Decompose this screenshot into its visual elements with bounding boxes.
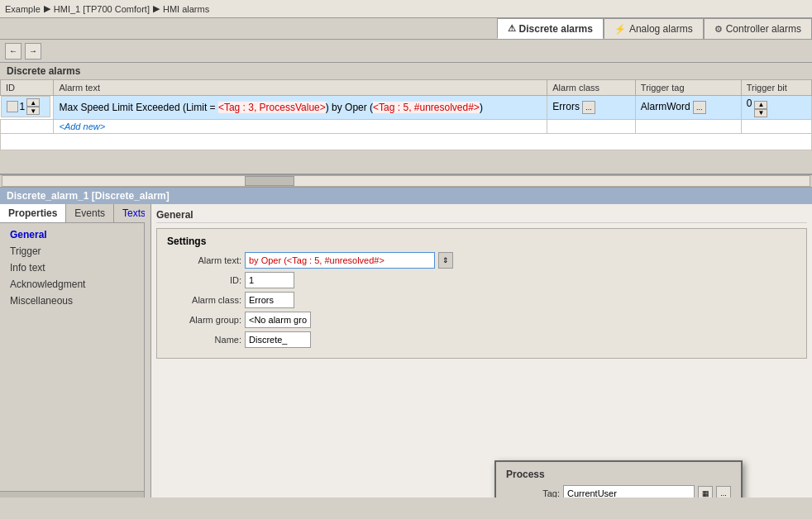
props-sidebar: Properties Events Texts General Trigger … bbox=[0, 204, 145, 498]
table-row[interactable]: 1 ▲ ▼ Max Speed Limit Exceeded (Limit = … bbox=[1, 96, 812, 120]
row-down-button[interactable]: ▼ bbox=[26, 107, 40, 115]
tab-analog-alarms[interactable]: ⚡ Analog alarms bbox=[604, 18, 704, 39]
id-input[interactable] bbox=[245, 272, 294, 288]
breadcrumb-alarms: HMI alarms bbox=[163, 4, 209, 14]
row-trigger-bit: 0 ▲ ▼ bbox=[741, 96, 811, 120]
popup-tag-input[interactable] bbox=[563, 485, 695, 498]
col-trigger-bit: Trigger bit bbox=[741, 80, 811, 96]
name-label: Name: bbox=[167, 335, 241, 345]
alarm-text-label: Alarm text: bbox=[167, 255, 241, 265]
back-button[interactable]: ← bbox=[5, 43, 21, 60]
alarm-text-spinner[interactable]: ⇕ bbox=[438, 252, 453, 269]
tab-events[interactable]: Events bbox=[66, 204, 114, 222]
toolbar: ← → bbox=[0, 40, 812, 63]
add-new-label: <Add new> bbox=[54, 119, 547, 133]
tab-bar: ⚠ Discrete alarms ⚡ Analog alarms ⚙ Cont… bbox=[0, 18, 812, 40]
id-row: ID: bbox=[167, 272, 796, 288]
nav-acknowledgment[interactable]: Acknowledgment bbox=[0, 276, 144, 293]
horizontal-scrollbar[interactable] bbox=[2, 175, 810, 187]
nav-trigger[interactable]: Trigger bbox=[0, 243, 144, 260]
row-up-button[interactable]: ▲ bbox=[26, 98, 40, 107]
props-tabs: Properties Events Texts bbox=[0, 204, 144, 223]
id-label: ID: bbox=[167, 275, 241, 285]
alarm-group-row: Alarm group: bbox=[167, 312, 796, 328]
alarm-group-label: Alarm group: bbox=[167, 315, 241, 325]
popup-process-section: Process Tag: ▦ ... PLC tag: ↗ Address: W… bbox=[496, 462, 741, 498]
col-trigger-tag: Trigger tag bbox=[635, 80, 741, 96]
discrete-alarms-title: Discrete alarms bbox=[0, 63, 812, 79]
forward-button[interactable]: → bbox=[25, 43, 41, 60]
row-alarm-text: Max Speed Limit Exceeded (Limit = <Tag :… bbox=[54, 96, 547, 120]
name-row: Name: bbox=[167, 331, 796, 348]
trigger-tag-btn[interactable]: ... bbox=[693, 101, 706, 114]
tab-properties[interactable]: Properties bbox=[0, 204, 66, 222]
tab-controller-alarms[interactable]: ⚙ Controller alarms bbox=[704, 18, 812, 39]
popup-tag-dots-btn[interactable]: ... bbox=[716, 486, 731, 498]
col-alarm-text: Alarm text bbox=[54, 80, 547, 96]
scrollbar-thumb bbox=[245, 176, 294, 186]
nav-miscellaneous[interactable]: Miscellaneous bbox=[0, 293, 144, 309]
nav-general[interactable]: General bbox=[0, 226, 144, 243]
row-icon bbox=[7, 101, 18, 112]
alarm-text-input[interactable] bbox=[245, 252, 435, 269]
row-trigger-tag: AlarmWord ... bbox=[635, 96, 741, 120]
popup-tag-label: Tag: bbox=[506, 488, 560, 498]
row-id: 1 ▲ ▼ bbox=[1, 96, 50, 117]
alarm-class-input[interactable] bbox=[245, 292, 294, 308]
breadcrumb: Example ▶ HMI_1 [TP700 Comfort] ▶ HMI al… bbox=[0, 0, 812, 18]
alarm-class-label: Alarm class: bbox=[167, 295, 241, 305]
settings-box: Settings Alarm text: ⇕ ID: Alarm class: … bbox=[156, 228, 807, 359]
tab-discrete-alarms[interactable]: ⚠ Discrete alarms bbox=[497, 18, 604, 39]
general-section-label: General bbox=[156, 209, 807, 223]
process-popup: Process Tag: ▦ ... PLC tag: ↗ Address: W… bbox=[494, 460, 743, 498]
popup-tag-row: Tag: ▦ ... bbox=[506, 485, 731, 498]
alarm-class-row: Alarm class: bbox=[167, 292, 796, 308]
alarm-group-input[interactable] bbox=[245, 312, 311, 328]
table-row-add[interactable]: <Add new> bbox=[1, 119, 812, 133]
col-id: ID bbox=[1, 80, 54, 96]
popup-process-title: Process bbox=[506, 469, 731, 480]
col-alarm-class: Alarm class bbox=[547, 80, 636, 96]
props-content: General Settings Alarm text: ⇕ ID: Alarm… bbox=[151, 204, 812, 498]
breadcrumb-example: Example bbox=[5, 4, 41, 14]
alarm-class-btn[interactable]: ... bbox=[582, 101, 595, 114]
nav-info-text[interactable]: Info text bbox=[0, 260, 144, 276]
trigger-bit-down[interactable]: ▼ bbox=[754, 109, 767, 117]
discrete-alarms-icon: ⚠ bbox=[508, 23, 516, 34]
breadcrumb-hmi: HMI_1 [TP700 Comfort] bbox=[54, 4, 150, 14]
horizontal-resize-handle[interactable] bbox=[145, 204, 151, 498]
settings-title: Settings bbox=[167, 236, 796, 247]
props-nav-list: General Trigger Info text Acknowledgment… bbox=[0, 223, 144, 491]
empty-row bbox=[1, 133, 812, 150]
analog-alarms-icon: ⚡ bbox=[614, 24, 626, 35]
controller-alarms-icon: ⚙ bbox=[714, 24, 723, 35]
horizontal-scrollbar-row bbox=[0, 174, 812, 188]
vertical-resize-handle[interactable] bbox=[0, 491, 144, 498]
row-alarm-class: Errors ... bbox=[547, 96, 636, 120]
name-input[interactable] bbox=[245, 331, 311, 348]
alarm-text-row: Alarm text: ⇕ bbox=[167, 252, 796, 269]
properties-area: Properties Events Texts General Trigger … bbox=[0, 204, 812, 498]
popup-tag-browse-btn[interactable]: ▦ bbox=[698, 486, 713, 498]
bottom-panel-title: Discrete_alarm_1 [Discrete_alarm] bbox=[0, 188, 812, 204]
alarm-table-container: ID Alarm text Alarm class Trigger tag Tr… bbox=[0, 79, 812, 174]
trigger-bit-up[interactable]: ▲ bbox=[754, 101, 767, 109]
alarm-table: ID Alarm text Alarm class Trigger tag Tr… bbox=[0, 79, 812, 150]
